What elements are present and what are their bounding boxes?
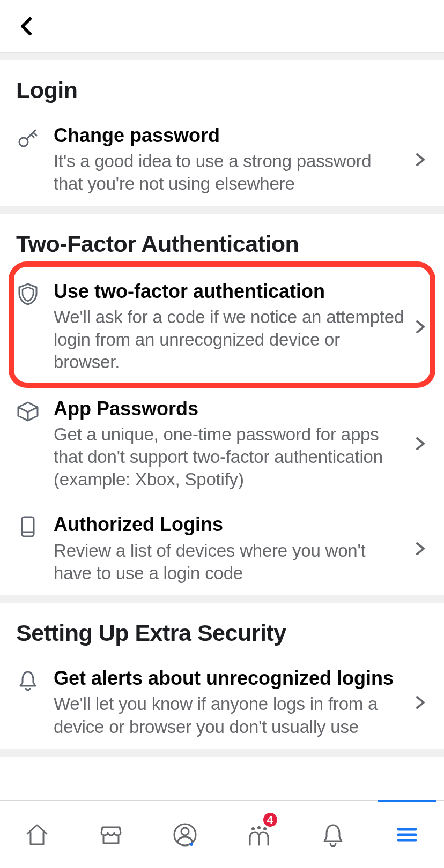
svg-point-5 [190,843,193,846]
item-desc: We'll let you know if anyone logs in fro… [54,693,404,738]
section-title-2fa: Two-Factor Authentication [0,227,444,267]
chevron-right-icon [413,152,428,167]
header [0,0,444,53]
content-scroll[interactable]: Login Change password It's a good idea t… [0,53,444,800]
back-button[interactable] [16,17,35,36]
home-icon [24,822,50,848]
item-app-passwords[interactable]: App Passwords Get a unique, one-time pas… [0,386,444,503]
section-extra-security: Setting Up Extra Security Get alerts abo… [0,595,444,749]
item-body: Use two-factor authentication We'll ask … [54,280,410,374]
item-body: Change password It's a good idea to use … [54,124,410,196]
tab-groups[interactable]: 4 [222,801,296,868]
chevron-left-icon [19,17,32,36]
item-title: Change password [54,124,404,147]
cube-icon [16,399,40,423]
active-tab-indicator [378,800,436,802]
shield-icon [16,282,40,305]
key-icon [16,126,40,149]
item-desc: It's a good idea to use a strong passwor… [54,150,404,195]
bell-icon [16,669,40,692]
chevron-right-icon [413,695,428,710]
item-change-password[interactable]: Change password It's a good idea to use … [0,113,444,206]
section-title-extra: Setting Up Extra Security [0,616,444,656]
mobile-icon [16,515,40,538]
item-desc: We'll ask for a code if we notice an att… [54,306,404,374]
item-desc: Get a unique, one-time password for apps… [54,423,404,491]
chevron-right-icon [413,436,428,451]
bell-icon [320,822,346,848]
tab-menu[interactable] [370,801,444,868]
svg-rect-1 [22,517,34,536]
tab-profile[interactable] [148,801,222,868]
item-authorized-logins[interactable]: Authorized Logins Review a list of devic… [0,502,444,595]
chevron-right-icon [413,541,428,556]
section-2fa: Two-Factor Authentication Use two-factor… [0,206,444,595]
item-body: App Passwords Get a unique, one-time pas… [54,397,410,491]
badge-count: 4 [262,812,278,828]
profile-icon [172,822,198,848]
item-body: Authorized Logins Review a list of devic… [54,513,410,585]
chevron-right-icon [413,319,428,334]
item-title: Authorized Logins [54,513,404,536]
section-divider [0,749,444,757]
tab-home[interactable] [0,801,74,868]
svg-point-7 [257,826,261,829]
item-get-alerts[interactable]: Get alerts about unrecognized logins We'… [0,656,444,749]
item-title: Use two-factor authentication [54,280,404,303]
svg-point-6 [251,827,255,830]
item-desc: Review a list of devices where you won't… [54,540,404,585]
item-use-2fa[interactable]: Use two-factor authentication We'll ask … [0,267,444,386]
section-title-login: Login [0,73,444,113]
item-title: Get alerts about unrecognized logins [54,667,404,690]
section-login: Login Change password It's a good idea t… [0,53,444,206]
tab-bar: 4 [0,800,444,868]
menu-icon [394,822,420,848]
item-body: Get alerts about unrecognized logins We'… [54,667,410,738]
tab-marketplace[interactable] [74,801,148,868]
storefront-icon [98,822,124,848]
tab-notifications[interactable] [296,801,370,868]
item-title: App Passwords [54,397,404,420]
svg-point-4 [181,828,189,835]
svg-point-8 [263,827,267,830]
